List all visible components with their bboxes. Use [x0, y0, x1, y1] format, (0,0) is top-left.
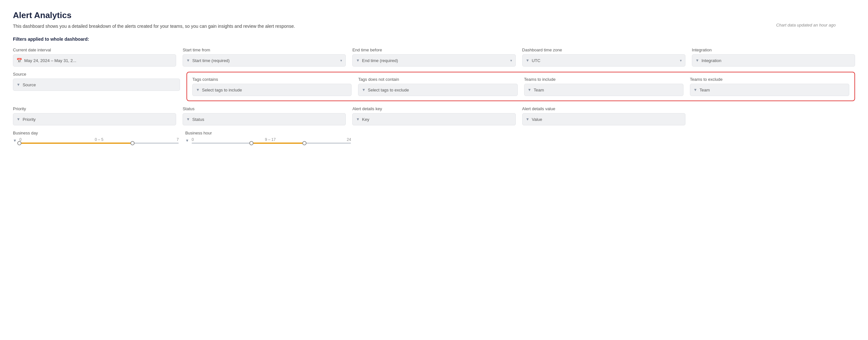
filter-icon-tags-contains: ▼: [196, 88, 200, 92]
calendar-icon: 📅: [17, 58, 22, 63]
priority-label: Priority: [13, 106, 176, 111]
tags-exclude-control[interactable]: ▼ Select tags to exclude: [358, 84, 517, 96]
business-day-max: 7: [177, 137, 179, 142]
tags-contains-control[interactable]: ▼ Select tags to include: [192, 84, 351, 96]
business-hour-label: Business hour: [185, 130, 351, 135]
filter-icon-timezone: ▼: [526, 58, 530, 63]
source-control[interactable]: ▼ Source: [13, 79, 180, 91]
filter-icon-teams-include: ▼: [528, 88, 532, 92]
filter-icon-tags-exclude: ▼: [362, 88, 366, 92]
date-interval-value: May 24, 2024 – May 31, 2...: [24, 58, 76, 63]
alert-value-label: Alert details value: [522, 106, 685, 111]
filter-group-business-hour: Business hour ▼ 0 9 – 17 24: [185, 130, 351, 144]
filter-icon-status: ▼: [186, 117, 190, 122]
teams-include-value: Team: [533, 88, 680, 92]
filter-group-teams-include: Teams to include ▼ Team: [524, 77, 683, 96]
tags-exclude-label: Tags does not contain: [358, 77, 517, 82]
page-subtitle: This dashboard shows you a detailed brea…: [13, 24, 855, 29]
filter-group-timezone: Dashboard time zone ▼ UTC ▾: [522, 48, 685, 67]
business-hour-thumb-right[interactable]: [303, 141, 307, 146]
filter-icon-source: ▼: [17, 83, 20, 87]
filter-group-source: Source ▼ Source: [13, 72, 180, 91]
filter-group-alert-value: Alert details value ▼ Value: [522, 106, 685, 125]
end-time-label: End time before: [352, 48, 516, 52]
business-day-thumb-right[interactable]: [130, 141, 135, 146]
source-label: Source: [13, 72, 180, 76]
business-hour-range: 9 – 17: [265, 137, 276, 142]
integration-control[interactable]: ▼ Integration: [692, 54, 855, 67]
filter-group-status: Status ▼ Status: [183, 106, 346, 125]
business-hour-min: 0: [192, 137, 194, 142]
filter-group-tags-contains: Tags contains ▼ Select tags to include: [192, 77, 351, 96]
filter-icon-alert-key: ▼: [356, 117, 360, 122]
filter-icon-business-day: ▼: [13, 138, 17, 143]
tags-contains-value: Select tags to include: [202, 88, 348, 92]
teams-include-label: Teams to include: [524, 77, 683, 82]
business-day-fill: [20, 143, 132, 144]
end-time-control[interactable]: ▼ End time (required) ▾: [352, 54, 516, 67]
arrow-down-icon: ▾: [340, 59, 342, 63]
alert-value-value: Value: [532, 117, 682, 122]
teams-include-control[interactable]: ▼ Team: [524, 84, 683, 96]
status-value: Status: [192, 117, 342, 122]
alert-key-value: Key: [362, 117, 512, 122]
tags-exclude-value: Select tags to exclude: [368, 88, 514, 92]
alert-key-control[interactable]: ▼ Key: [352, 113, 516, 125]
filter-icon-integration: ▼: [695, 58, 699, 63]
teams-exclude-value: Team: [700, 88, 846, 92]
filter-group-end-time: End time before ▼ End time (required) ▾: [352, 48, 516, 67]
start-time-value: Start time (required): [192, 58, 338, 63]
filter-group-integration: Integration ▼ Integration: [692, 48, 855, 67]
filter-icon-priority: ▼: [17, 117, 20, 122]
status-control[interactable]: ▼ Status: [183, 113, 346, 125]
timezone-label: Dashboard time zone: [522, 48, 685, 52]
arrow-down-icon-end: ▾: [510, 59, 512, 63]
source-value: Source: [23, 83, 177, 87]
business-day-range: 0 – 5: [95, 137, 103, 142]
date-interval-control[interactable]: 📅 May 24, 2024 – May 31, 2...: [13, 54, 176, 67]
highlighted-filters-box: Tags contains ▼ Select tags to include T…: [186, 72, 855, 101]
business-hour-max: 24: [347, 137, 351, 142]
business-day-label: Business day: [13, 130, 179, 135]
start-time-label: Start time from: [183, 48, 346, 52]
page-title: Alert Analytics: [13, 10, 855, 20]
filter-group-tags-exclude: Tags does not contain ▼ Select tags to e…: [358, 77, 517, 96]
business-hour-fill: [251, 143, 304, 144]
filter-group-alert-key: Alert details key ▼ Key: [352, 106, 516, 125]
priority-control[interactable]: ▼ Priority: [13, 113, 176, 125]
business-hour-thumb-left[interactable]: [249, 141, 254, 146]
teams-exclude-control[interactable]: ▼ Team: [690, 84, 849, 96]
arrow-down-icon-tz: ▾: [680, 59, 682, 63]
business-hour-track: [192, 143, 351, 144]
filter-group-teams-exclude: Teams to exclude ▼ Team: [690, 77, 849, 96]
date-interval-label: Current date interval: [13, 48, 176, 52]
filter-icon-teams-exclude: ▼: [693, 88, 698, 92]
filter-icon-alert-value: ▼: [526, 117, 530, 122]
teams-exclude-label: Teams to exclude: [690, 77, 849, 82]
integration-label: Integration: [692, 48, 855, 52]
priority-value: Priority: [23, 117, 173, 122]
filter-icon-business-hour: ▼: [185, 138, 189, 143]
filter-icon-end-time: ▼: [356, 58, 360, 63]
filters-label: Filters applied to whole dashboard:: [13, 36, 855, 42]
end-time-value: End time (required): [362, 58, 508, 63]
filter-icon-start-time: ▼: [186, 58, 190, 63]
timezone-control[interactable]: ▼ UTC ▾: [522, 54, 685, 67]
chart-updated-label: Chart data updated an hour ago: [776, 23, 836, 28]
alert-value-control[interactable]: ▼ Value: [522, 113, 685, 125]
business-day-track: [20, 143, 179, 144]
filter-group-business-day: Business day ▼ 0 0 – 5 7: [13, 130, 179, 144]
status-label: Status: [183, 106, 346, 111]
filter-group-date-interval: Current date interval 📅 May 24, 2024 – M…: [13, 48, 176, 67]
start-time-control[interactable]: ▼ Start time (required) ▾: [183, 54, 346, 67]
timezone-value: UTC: [532, 58, 677, 63]
filter-group-start-time: Start time from ▼ Start time (required) …: [183, 48, 346, 67]
alert-key-label: Alert details key: [352, 106, 516, 111]
integration-value: Integration: [702, 58, 851, 63]
tags-contains-label: Tags contains: [192, 77, 351, 82]
filter-group-priority: Priority ▼ Priority: [13, 106, 176, 125]
business-day-thumb-left[interactable]: [17, 141, 21, 146]
